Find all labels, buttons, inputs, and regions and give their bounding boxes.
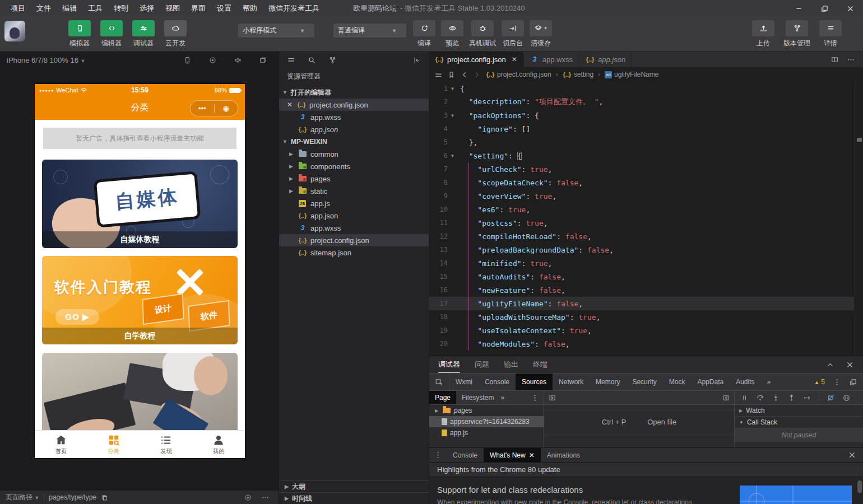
close-drawer-icon[interactable] [848,451,863,459]
breadcrumb-item-setting[interactable]: {..}setting [563,71,593,78]
overflow-icon[interactable]: » [500,394,504,402]
debugger-tab-输出[interactable]: 输出 [504,360,518,370]
compile-condition-select[interactable]: 普通编译 ▼ [333,24,406,38]
deactivate-breakpoints-icon[interactable] [827,394,835,402]
menu-item-5[interactable]: 选择 [134,1,159,16]
project-root-section[interactable]: ▼MP-WEIXIN [279,136,429,148]
devtools-tab-security[interactable]: Security [626,374,662,390]
sources-tab-filesystem[interactable]: Filesystem [456,391,499,404]
bookmark-icon[interactable] [447,71,456,79]
cloud-dev-button[interactable]: 云开发 [162,20,189,48]
more-icon[interactable] [261,493,270,502]
undock-icon[interactable] [849,378,857,386]
bottom-section-1[interactable]: ▶时间线 [279,492,429,504]
editor-tab-app.wxss[interactable]: 3app.wxss [524,52,579,67]
callstack-section[interactable]: ▼ Call Stack [735,417,863,428]
category-card-software[interactable]: 软件入门教程 GO ▶ 设计 软件 自学教程 [42,256,238,344]
file-row-common[interactable]: ▶common [279,148,429,160]
file-row-pages[interactable]: ▶pages [279,172,429,185]
file-row-static[interactable]: ▶static [279,185,429,197]
close-icon[interactable]: ✕ [529,451,535,459]
warning-badge[interactable]: ▲5 [814,378,825,386]
pause-icon[interactable] [740,394,749,402]
more-actions-icon[interactable] [847,55,855,64]
editor-scrollbar[interactable] [855,82,863,356]
phone-tab-discover[interactable]: 发现 [140,431,193,458]
breadcrumb-item-project.config.json[interactable]: {..}project.config.json [486,71,551,78]
file-row-sitemap.json[interactable]: {..}sitemap.json [279,246,429,259]
drawer-scrollbar[interactable] [857,480,862,493]
source-file-pages[interactable]: ▶pages [429,405,544,416]
devtools-tab-console[interactable]: Console [479,374,516,390]
show-debugger-icon[interactable] [722,394,730,402]
devtools-tab-memory[interactable]: Memory [590,374,626,390]
phone-tab-mine[interactable]: 我的 [192,431,245,458]
open-editor-project.config.json[interactable]: ✕{..}project.config.json [279,99,429,111]
menu-item-9[interactable]: 帮助 [238,1,262,16]
split-editor-icon[interactable] [830,55,839,64]
menu-item-10[interactable]: 微信开发者工具 [263,1,324,16]
devtools-tab-wxml[interactable]: Wxml [449,374,479,390]
step-icon[interactable] [803,394,811,402]
details-button[interactable]: 详情 [819,20,842,48]
preview-button[interactable]: 预览 [441,20,463,48]
forward-icon[interactable] [473,71,481,79]
menu-item-4[interactable]: 转到 [109,1,133,16]
debugger-tab-终端[interactable]: 终端 [533,360,548,370]
fold-icon[interactable]: ▼ [448,153,457,158]
file-row-project.config.json[interactable]: {..}project.config.json [279,234,429,246]
more-button[interactable]: ••• [191,104,214,113]
editor-tab-project.config.json[interactable]: {..}project.config.json✕ [429,52,524,67]
file-row-app.wxss[interactable]: 3app.wxss [279,222,429,234]
compile-button[interactable]: 编译 [413,20,435,48]
close-panel-icon[interactable] [846,361,854,369]
menu-item-2[interactable]: 编辑 [57,1,82,16]
bottom-section-0[interactable]: ▶大纲 [279,480,429,492]
editor-button[interactable]: 编辑器 [98,20,125,48]
menu-item-6[interactable]: 视图 [160,1,185,16]
collapse-sidebar-icon[interactable] [412,56,421,64]
device-selector[interactable]: iPhone 6/7/8 100% 16 ▼ [7,56,85,64]
file-row-app.js[interactable]: JSapp.js [279,197,429,209]
page-path-label[interactable]: 页面路径 ▼ [6,493,39,502]
show-navigator-icon[interactable] [549,394,556,402]
clear-cache-button[interactable]: ▼清缓存 [530,20,552,48]
phone-tab-home[interactable]: 首页 [35,431,87,458]
devtools-tab-network[interactable]: Network [553,374,590,390]
editor-tab-app.json[interactable]: {..}app.json [579,52,632,67]
devtools-tab-sources[interactable]: Sources [516,374,553,390]
upload-button[interactable]: 上传 [752,20,774,48]
copy-icon[interactable] [101,494,108,501]
version-control-button[interactable]: 版本管理 [783,20,810,48]
mute-icon[interactable] [234,56,242,64]
phone-tab-category[interactable]: 分类 [87,431,140,458]
git-branch-icon[interactable] [328,56,337,64]
watch-section[interactable]: ▶ Watch [735,405,863,417]
rotate-device-icon[interactable] [183,56,192,64]
close-icon[interactable]: ✕ [512,55,517,63]
project-avatar[interactable] [4,21,25,41]
exit-button[interactable]: ◉ [215,104,238,113]
debugger-tab-调试器[interactable]: 调试器 [438,360,460,374]
screenshot-icon[interactable] [259,56,267,64]
devtools-tab-overflow[interactable]: » [761,374,777,390]
debugger-tab-问题[interactable]: 问题 [475,360,489,370]
collapse-panel-icon[interactable] [826,361,834,369]
sources-tab-page[interactable]: Page [429,391,456,404]
source-file-appservice?t=1614326283[interactable]: appservice?t=1614326283 [429,416,544,427]
step-into-icon[interactable] [772,394,780,402]
breadcrumb-item-uglifyFileName[interactable]: abuglifyFileName [605,71,658,78]
open-editor-app.json[interactable]: {..}app.json [279,123,429,136]
open-editors-section[interactable]: ▼打开的编辑器 [279,86,429,99]
file-row-components[interactable]: ▶components [279,160,429,172]
devtools-tab-appdata[interactable]: AppData [691,374,730,390]
debugger-button[interactable]: 调试器 [130,20,157,48]
menu-item-7[interactable]: 界面 [186,1,211,16]
code-area[interactable]: 1▼{2 "description": "项目配置文件。 ",3▼ "packO… [429,82,854,351]
minimize-button[interactable] [786,0,811,17]
category-card-media[interactable]: 自媒体 自媒体教程 [42,160,238,248]
outline-icon[interactable] [434,71,443,79]
devtools-menu-icon[interactable] [833,378,841,386]
devtools-tab-audits[interactable]: Audits [730,374,760,390]
target-icon[interactable] [244,493,252,502]
